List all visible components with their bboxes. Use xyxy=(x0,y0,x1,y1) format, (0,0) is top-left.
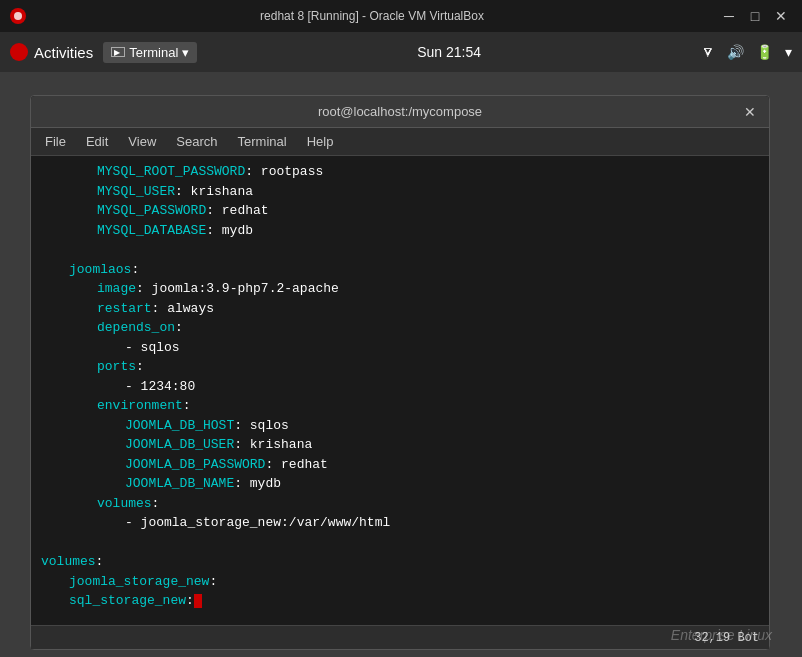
menu-search[interactable]: Search xyxy=(168,131,225,152)
terminal-text: : redhat xyxy=(206,203,268,218)
terminal-text: joomlaos xyxy=(69,262,131,277)
activities-label: Activities xyxy=(34,44,93,61)
terminal-text: image xyxy=(97,281,136,296)
menu-file[interactable]: File xyxy=(37,131,74,152)
svg-point-0 xyxy=(14,12,22,20)
terminal-text: : xyxy=(209,574,217,589)
window-controls: ─ □ ✕ xyxy=(718,5,792,27)
activities-button[interactable]: Activities xyxy=(10,43,93,61)
terminal-text: : rootpass xyxy=(245,164,323,179)
terminal-text: : xyxy=(186,593,194,608)
terminal-text: : xyxy=(152,496,160,511)
terminal-text: MYSQL_ROOT_PASSWORD xyxy=(97,164,245,179)
terminal-line: MYSQL_DATABASE: mydb xyxy=(41,221,759,241)
terminal-line: JOOMLA_DB_HOST: sqlos xyxy=(41,416,759,436)
terminal-text: : xyxy=(175,320,183,335)
terminal-line: - sqlos xyxy=(41,338,759,358)
terminal-text: - 1234:80 xyxy=(125,379,195,394)
terminal-line: volumes: xyxy=(41,494,759,514)
menu-view[interactable]: View xyxy=(120,131,164,152)
volume-icon[interactable]: 🔊 xyxy=(727,44,744,60)
taskbar-dropdown-arrow[interactable]: ▾ xyxy=(785,44,792,60)
terminal-text: JOOMLA_DB_USER xyxy=(125,437,234,452)
taskbar: Activities ▶ Terminal ▾ Sun 21:54 ⛛ 🔊 🔋 … xyxy=(0,32,802,72)
watermark: Enterprise Linux xyxy=(671,627,772,643)
close-window-button[interactable]: ✕ xyxy=(770,5,792,27)
terminal-line: JOOMLA_DB_PASSWORD: redhat xyxy=(41,455,759,475)
terminal-content[interactable]: MYSQL_ROOT_PASSWORD: rootpassMYSQL_USER:… xyxy=(31,156,769,625)
terminal-statusbar: 32,19 Bot xyxy=(31,625,769,649)
terminal-line: MYSQL_PASSWORD: redhat xyxy=(41,201,759,221)
maximize-button[interactable]: □ xyxy=(744,5,766,27)
terminal-text: : xyxy=(131,262,139,277)
terminal-text: : always xyxy=(152,301,214,316)
terminal-text: JOOMLA_DB_NAME xyxy=(125,476,234,491)
terminal-text: : xyxy=(136,359,144,374)
terminal-text: - joomla_storage_new:/var/www/html xyxy=(125,515,390,530)
terminal-line: depends_on: xyxy=(41,318,759,338)
terminal-line: environment: xyxy=(41,396,759,416)
terminal-text: : sqlos xyxy=(234,418,289,433)
text-cursor xyxy=(194,594,202,608)
terminal-line: JOOMLA_DB_NAME: mydb xyxy=(41,474,759,494)
window-title: redhat 8 [Running] - Oracle VM VirtualBo… xyxy=(34,9,710,23)
network-icon[interactable]: ⛛ xyxy=(701,44,715,60)
terminal-menubar: File Edit View Search Terminal Help xyxy=(31,128,769,156)
menu-help[interactable]: Help xyxy=(299,131,342,152)
taskbar-clock: Sun 21:54 xyxy=(207,44,691,60)
terminal-line xyxy=(41,533,759,553)
terminal-line: - joomla_storage_new:/var/www/html xyxy=(41,513,759,533)
terminal-text: environment xyxy=(97,398,183,413)
terminal-line: - 1234:80 xyxy=(41,377,759,397)
terminal-text: : krishana xyxy=(175,184,253,199)
terminal-text: : redhat xyxy=(265,457,327,472)
terminal-text: volumes xyxy=(97,496,152,511)
terminal-text: - sqlos xyxy=(125,340,180,355)
terminal-text: JOOMLA_DB_HOST xyxy=(125,418,234,433)
terminal-text: restart xyxy=(97,301,152,316)
terminal-text: sql_storage_new xyxy=(69,593,186,608)
terminal-line: MYSQL_ROOT_PASSWORD: rootpass xyxy=(41,162,759,182)
terminal-text: : xyxy=(183,398,191,413)
terminal-window: root@localhost:/mycompose ✕ File Edit Vi… xyxy=(30,95,770,650)
terminal-text: : krishana xyxy=(234,437,312,452)
terminal-taskbar-label: Terminal xyxy=(129,45,178,60)
menu-terminal[interactable]: Terminal xyxy=(230,131,295,152)
terminal-line: volumes: xyxy=(41,552,759,572)
terminal-text: ports xyxy=(97,359,136,374)
terminal-line: ports: xyxy=(41,357,759,377)
terminal-line xyxy=(41,240,759,260)
terminal-line: joomla_storage_new: xyxy=(41,572,759,592)
menu-edit[interactable]: Edit xyxy=(78,131,116,152)
terminal-text: : joomla:3.9-php7.2-apache xyxy=(136,281,339,296)
terminal-dropdown-arrow: ▾ xyxy=(182,45,189,60)
terminal-text: MYSQL_PASSWORD xyxy=(97,203,206,218)
terminal-line: joomlaos: xyxy=(41,260,759,280)
terminal-line: image: joomla:3.9-php7.2-apache xyxy=(41,279,759,299)
terminal-icon: ▶ xyxy=(111,47,125,57)
terminal-text: MYSQL_USER xyxy=(97,184,175,199)
terminal-text: : mydb xyxy=(234,476,281,491)
terminal-text: : xyxy=(96,554,104,569)
terminal-line: JOOMLA_DB_USER: krishana xyxy=(41,435,759,455)
terminal-close-button[interactable]: ✕ xyxy=(739,101,761,123)
terminal-title: root@localhost:/mycompose xyxy=(318,104,482,119)
taskbar-right-icons: ⛛ 🔊 🔋 ▾ xyxy=(701,44,792,60)
terminal-line: sql_storage_new: xyxy=(41,591,759,611)
window-titlebar: redhat 8 [Running] - Oracle VM VirtualBo… xyxy=(0,0,802,32)
terminal-text: volumes xyxy=(41,554,96,569)
redhat-taskbar-icon xyxy=(10,43,28,61)
terminal-text: depends_on xyxy=(97,320,175,335)
terminal-titlebar: root@localhost:/mycompose ✕ xyxy=(31,96,769,128)
terminal-line: MYSQL_USER: krishana xyxy=(41,182,759,202)
terminal-line: restart: always xyxy=(41,299,759,319)
terminal-text: joomla_storage_new xyxy=(69,574,209,589)
redhat-icon xyxy=(10,8,26,24)
minimize-button[interactable]: ─ xyxy=(718,5,740,27)
battery-icon[interactable]: 🔋 xyxy=(756,44,773,60)
terminal-taskbar-button[interactable]: ▶ Terminal ▾ xyxy=(103,42,197,63)
terminal-text: JOOMLA_DB_PASSWORD xyxy=(125,457,265,472)
terminal-text: MYSQL_DATABASE xyxy=(97,223,206,238)
terminal-text: : mydb xyxy=(206,223,253,238)
